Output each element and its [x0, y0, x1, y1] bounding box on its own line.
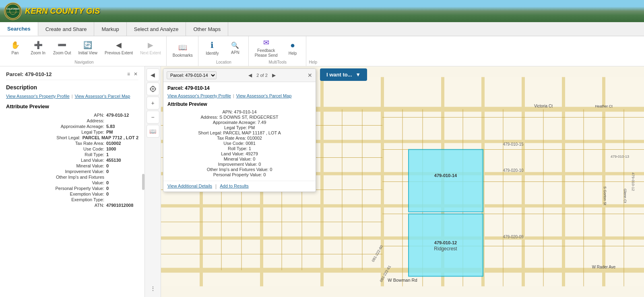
svg-text:479-020-10: 479-020-10: [503, 168, 524, 173]
svg-text:W Bowman Rd: W Bowman Rd: [388, 278, 417, 283]
navigation-label: Navigation: [4, 60, 164, 64]
initial-view-button[interactable]: 🔄 Initial View: [75, 39, 101, 57]
tab-other-maps[interactable]: Other Maps: [186, 22, 228, 36]
panel-controls: ≡ ✕: [126, 70, 138, 78]
identify-button[interactable]: ℹ Identify: [201, 39, 223, 58]
dropdown-arrow-icon: ▼: [355, 72, 361, 78]
popup-attr-title: Attribute Preview: [167, 101, 312, 107]
svg-text:Heather Ct: Heather Ct: [595, 104, 613, 108]
svg-text:Ridgecrest: Ridgecrest: [434, 246, 457, 252]
tab-select-analyze[interactable]: Select and Analyze: [127, 22, 186, 36]
pan-button[interactable]: ✋ Pan: [4, 39, 26, 57]
list-item: Approximate Acreage: 7.49: [167, 120, 312, 125]
list-item: Land Value: 49279: [167, 151, 312, 156]
zoom-in-map-button[interactable]: +: [147, 97, 159, 109]
location-group: ℹ Identify 🔍 APN Location: [199, 36, 249, 66]
map-navigation: ◀ + − 📖 ⋮: [145, 66, 161, 297]
navigation-group: ✋ Pan ➕ Zoom In ➖ Zoom Out 🔄 Initial Vie…: [2, 36, 167, 66]
svg-text:Glenn Ct: Glenn Ct: [623, 189, 627, 203]
help-label: Help: [309, 60, 318, 64]
table-row: Exemption Type:: [6, 197, 138, 202]
zoom-in-button[interactable]: ➕ Zoom In: [27, 39, 49, 57]
table-row: Short Legal: PARCEL MAP 7712 , LOT 2: [6, 135, 138, 140]
popup-counter: 2 of 2: [256, 73, 268, 78]
table-row: Use Code: 1000: [6, 146, 138, 151]
popup-assessor-parcel-link[interactable]: View Assessor's Parcel Map: [236, 93, 292, 98]
list-item: Improvement Value: 0: [167, 162, 312, 167]
app-header: CALIFORNIA KERN COUNTY KERN COUNTY GIS: [0, 0, 644, 22]
app-title: KERN COUNTY GIS: [25, 6, 100, 16]
svg-text:479-010-14: 479-010-14: [434, 173, 457, 178]
table-row: Legal Type: PM: [6, 130, 138, 134]
panel-header: Parcel: 479-010-12 ≡ ✕: [6, 70, 138, 80]
zoom-out-map-button[interactable]: −: [147, 111, 159, 124]
toolbar: ✋ Pan ➕ Zoom In ➖ Zoom Out 🔄 Initial Vie…: [0, 36, 644, 66]
popup-footer: View Additional Details | Add to Results: [163, 181, 316, 192]
apn-button[interactable]: 🔍 APN: [224, 40, 246, 57]
initial-view-icon: 🔄: [83, 41, 92, 50]
popup-close-button[interactable]: ✕: [308, 72, 312, 78]
multitools-group: ✉ FeedbackPlease Send ● Help MultiTools: [250, 36, 306, 66]
drag-handle[interactable]: ⋮: [147, 282, 159, 295]
list-item: APN: 479-010-14: [167, 109, 312, 114]
svg-text:479-010-13: 479-010-13: [611, 155, 629, 159]
feedback-button[interactable]: ✉ FeedbackPlease Send: [252, 37, 281, 60]
svg-text:S Gorton St: S Gorton St: [603, 186, 607, 206]
list-item: Legal Type: PM: [167, 125, 312, 130]
popup-overlay: Parcel: 479-010-14 Parcel: 479-010-12 ◀ …: [163, 68, 316, 192]
svg-text:479-020-09: 479-020-09: [503, 235, 524, 239]
map-container[interactable]: Victoria Ct S Gorton St Glenn Ct Heather…: [161, 66, 644, 297]
feedback-icon: ✉: [263, 38, 269, 47]
table-row: Value: 0: [6, 180, 138, 185]
apn-icon: 🔍: [231, 41, 239, 49]
list-item: Short Legal: PARCEL MAP 11187 , LOT A: [167, 130, 312, 135]
left-panel: Parcel: 479-010-12 ≡ ✕ Description View …: [0, 66, 145, 297]
description-title: Description: [6, 84, 138, 91]
popup-prev-button[interactable]: ◀: [246, 71, 254, 79]
svg-text:W Rader Ave: W Rader Ave: [592, 265, 616, 269]
svg-point-5: [152, 88, 154, 90]
add-to-results-link[interactable]: Add to Results: [220, 184, 249, 189]
back-panel-button[interactable]: ◀: [147, 68, 159, 81]
iwantto-button[interactable]: I want to... ▼: [320, 68, 367, 81]
prev-extent-icon: ◀: [116, 41, 122, 50]
tab-searches[interactable]: Searches: [0, 22, 38, 36]
tab-markup[interactable]: Markup: [94, 22, 126, 36]
prev-extent-button[interactable]: ◀ Previous Extent: [101, 39, 136, 57]
parcel-select[interactable]: Parcel: 479-010-14 Parcel: 479-010-12: [167, 71, 217, 79]
table-row: Exemption Value: 0: [6, 192, 138, 196]
list-item: Use Code: 0081: [167, 141, 312, 146]
table-row: Land Value: 455130: [6, 158, 138, 163]
svg-rect-50: [409, 214, 483, 276]
identify-icon: ℹ: [211, 40, 214, 50]
panel-menu-button[interactable]: ≡: [126, 70, 131, 78]
panel-close-button[interactable]: ✕: [133, 70, 138, 78]
tab-create-share[interactable]: Create and Share: [38, 22, 95, 36]
next-extent-icon: ▶: [148, 41, 153, 50]
view-details-link[interactable]: View Additional Details: [167, 184, 212, 189]
location-label: Location: [201, 60, 246, 64]
resize-handle[interactable]: [142, 174, 144, 190]
pan-icon: ✋: [11, 41, 20, 50]
attr-preview-title: Attribute Preview: [6, 103, 138, 109]
bookmarks-button[interactable]: 📖 Bookmarks: [169, 41, 196, 60]
zoom-out-icon: ➖: [58, 41, 66, 50]
zoom-in-icon: ➕: [34, 41, 43, 50]
popup-assessor-profile-link[interactable]: View Assessor's Property Profile: [167, 93, 231, 98]
bookmark-map-button[interactable]: 📖: [147, 125, 159, 138]
assessor-parcel-link[interactable]: View Assessor's Parcel Map: [75, 94, 130, 99]
help-button[interactable]: ● Help: [282, 39, 304, 58]
panel-title: Parcel: 479-010-12: [6, 71, 52, 77]
assessor-profile-link[interactable]: View Assessor's Property Profile: [6, 94, 70, 99]
gps-button[interactable]: [147, 82, 159, 95]
svg-text:Victoria Ct: Victoria Ct: [534, 104, 553, 108]
popup-parcel-id: Parcel: 479-010-14: [167, 85, 312, 91]
popup-next-button[interactable]: ▶: [270, 71, 278, 79]
svg-text:KERN COUNTY: KERN COUNTY: [7, 11, 19, 13]
list-item: Other Imp's and Fixtures Value: 0: [167, 167, 312, 172]
table-row: Tax Rate Area: 010002: [6, 141, 138, 146]
attribute-table: APN: 479-010-12 Address: Approximate Acr…: [6, 113, 138, 208]
next-extent-button[interactable]: ▶ Next Extent: [137, 39, 164, 57]
table-row: Mineral Value: 0: [6, 163, 138, 168]
zoom-out-button[interactable]: ➖ Zoom Out: [50, 39, 74, 57]
